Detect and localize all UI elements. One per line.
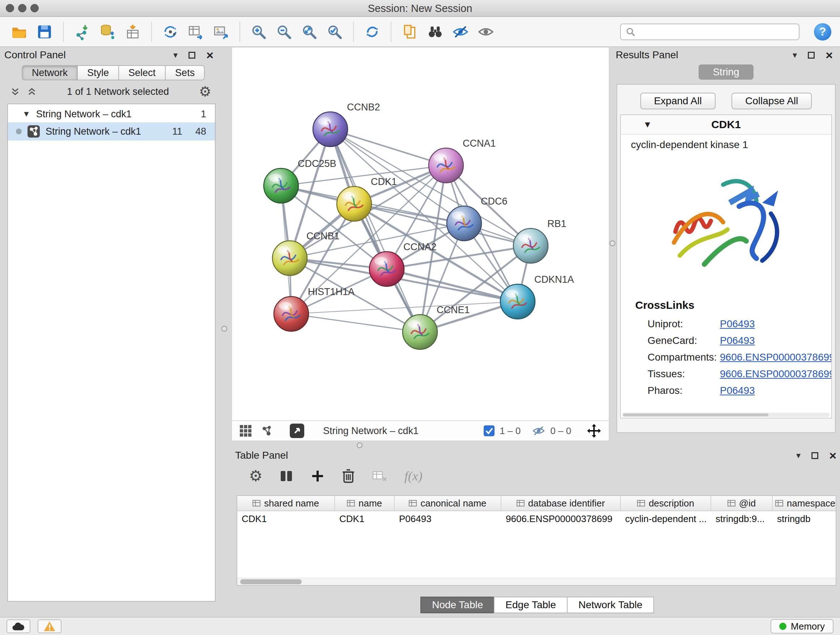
table-cell[interactable]: CDK1 [335,511,395,526]
panel-close-icon[interactable]: × [826,51,833,59]
collapse-all-icon[interactable] [10,87,20,97]
results-panel-header: Results Panel ▾ × [616,49,836,62]
panel-close-icon[interactable]: × [829,452,836,459]
network-edge-CCNB2-CCNA1[interactable] [330,129,446,165]
results-scrollbar-thumb[interactable] [623,413,768,416]
share-network-icon[interactable] [260,424,273,437]
left-splitter-handle[interactable] [221,326,227,332]
network-node-CCNB2[interactable]: CCNB2 [313,102,380,147]
table-cell[interactable]: stringdb [773,511,836,526]
collapse-all-button[interactable]: Collapse All [731,93,812,109]
column-header--id[interactable]: @id [711,496,773,510]
network-node-CCNA1[interactable]: CCNA1 [429,138,496,183]
tab-sets[interactable]: Sets [165,65,205,80]
panel-float-icon[interactable] [188,52,195,59]
export-view-icon[interactable] [290,424,304,438]
table-cell[interactable]: stringdb:9... [711,511,773,526]
network-node-RB1[interactable]: RB1 [513,218,567,263]
panel-float-icon[interactable] [808,52,815,59]
import-network-from-file-button[interactable] [72,21,93,42]
import-network-from-database-button[interactable] [97,21,118,42]
bottom-splitter-handle[interactable] [357,442,363,448]
hidden-eye-icon[interactable] [532,425,545,436]
network-node-CDK1[interactable]: CDK1 [337,176,397,221]
column-header-shared-name[interactable]: shared name [237,496,335,510]
add-column-icon[interactable] [310,469,325,483]
table-cell[interactable]: CDK1 [237,511,335,526]
tab-edge-table[interactable]: Edge Table [494,597,568,613]
network-row-selected[interactable]: String Network – cdk1 11 48 [8,122,215,141]
new-network-from-selection-button[interactable] [160,21,181,42]
warnings-button[interactable] [38,619,62,633]
disclosure-triangle-icon[interactable]: ▼ [643,119,652,130]
table-cell[interactable]: cyclin-dependent ... [621,511,711,526]
delete-column-trash-icon[interactable] [341,469,355,484]
search-input[interactable] [639,26,794,38]
close-window-button[interactable] [6,4,14,12]
graphics-details-button[interactable] [450,21,471,42]
birdseye-toggle-button[interactable] [475,21,496,42]
network-node-CDKN1A[interactable]: CDKN1A [500,274,574,319]
panel-collapse-icon[interactable]: ▾ [173,50,178,60]
column-header-namespace[interactable]: namespace [773,496,836,510]
column-header-canonical-name[interactable]: canonical name [395,496,501,510]
tab-network-table[interactable]: Network Table [567,597,654,613]
zoom-out-button[interactable] [273,21,294,42]
import-table-button[interactable] [122,21,143,42]
refresh-button[interactable] [362,21,383,42]
crosslink-link[interactable]: P06493 [720,335,755,347]
open-session-button[interactable] [9,21,30,42]
column-header-description[interactable]: description [621,496,711,510]
panel-collapse-icon[interactable]: ▾ [796,450,801,461]
save-session-button[interactable] [34,21,55,42]
column-header-name[interactable]: name [335,496,395,510]
tab-select[interactable]: Select [118,65,166,80]
tab-node-table[interactable]: Node Table [420,597,494,613]
minimize-window-button[interactable] [18,4,27,12]
panel-float-icon[interactable] [812,452,818,459]
crosslink-link[interactable]: P06493 [720,385,755,396]
export-table-button[interactable] [185,21,206,42]
network-collection-row[interactable]: ▼ String Network – cdk1 1 [8,106,215,122]
network-node-CCNE1[interactable]: CCNE1 [403,304,470,349]
table-cell[interactable]: P06493 [395,511,501,526]
network-node-HIST1H1A[interactable]: HIST1H1A [274,287,355,331]
zoom-fit-button[interactable] [299,21,320,42]
help-button[interactable]: ? [814,23,831,41]
network-edge-CCNB2-CCNE1[interactable] [330,129,420,332]
zoom-selected-button[interactable] [324,21,345,42]
crosslink-link[interactable]: P06493 [720,318,755,330]
export-document-button[interactable] [399,21,420,42]
right-splitter-handle[interactable] [609,241,615,246]
memory-button[interactable]: Memory [771,619,834,633]
tab-style[interactable]: Style [77,65,119,80]
gear-icon[interactable]: ⚙ [199,85,211,98]
function-builder-icon[interactable]: f(x) [404,469,423,484]
network-edge-CCNE1-HIST1H1A[interactable] [291,314,420,332]
find-button[interactable] [425,21,446,42]
columns-icon[interactable] [279,469,294,483]
table-scrollbar-thumb[interactable] [240,579,302,584]
crosslink-link[interactable]: 9606.ENSP00000378699 [720,368,832,380]
network-node-CCNB1[interactable]: CCNB1 [272,231,340,276]
panel-close-icon[interactable]: × [206,51,213,59]
network-canvas[interactable]: CCNB2CCNA1CDC25BCDK1CDC6RB1CCNB1CCNA2CDK… [232,48,609,420]
grid-mode-icon[interactable] [239,424,252,437]
zoom-window-button[interactable] [30,4,39,12]
crosslink-link[interactable]: 9606.ENSP00000378699 [720,352,832,363]
cloud-status-button[interactable] [6,619,30,633]
zoom-in-button[interactable] [248,21,269,42]
disclosure-triangle-icon[interactable]: ▼ [22,109,30,119]
column-header-database-identifier[interactable]: database identifier [501,496,621,510]
tab-string[interactable]: String [699,65,753,80]
table-settings-gear-icon[interactable]: ⚙ [249,469,263,483]
table-cell[interactable]: 9606.ENSP00000378699 [501,511,621,526]
center-view-crosshair-icon[interactable] [586,423,602,439]
expand-all-button[interactable]: Expand All [640,93,715,109]
expand-all-icon[interactable] [27,87,37,97]
export-image-button[interactable] [210,21,232,42]
gene-section-header[interactable]: ▼ CDK1 [621,115,831,135]
selected-checkbox-icon[interactable] [484,425,494,436]
tab-network[interactable]: Network [22,65,78,80]
panel-collapse-icon[interactable]: ▾ [793,50,797,60]
